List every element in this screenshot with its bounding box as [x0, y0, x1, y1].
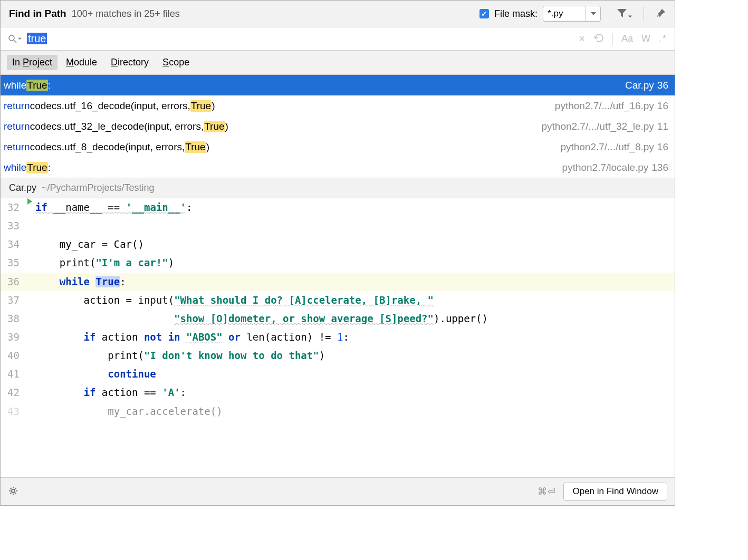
line-number: 33 [1, 217, 24, 235]
divider [612, 33, 613, 45]
tab-directory[interactable]: Directory [106, 55, 154, 70]
preview-filepath: ~/PycharmProjects/Testing [42, 182, 155, 194]
shortcut-hint: ⌘⏎ [538, 486, 556, 497]
tab-module[interactable]: Module [61, 55, 102, 70]
result-row[interactable]: return codecs.utf_8_decode(input, errors… [1, 137, 675, 157]
line-number: 36 [1, 273, 24, 291]
tab-in-project[interactable]: In Project [7, 55, 57, 70]
file-mask-checkbox[interactable] [480, 9, 489, 18]
match-count: 100+ matches in 25+ files [72, 8, 180, 20]
file-mask-combo[interactable] [543, 6, 601, 22]
pin-icon[interactable] [656, 8, 666, 20]
file-mask-label: File mask: [494, 8, 538, 20]
tab-scope[interactable]: Scope [157, 55, 195, 70]
line-number: 32 [1, 198, 24, 217]
results-list: while True: Car.py36 return codecs.utf_1… [1, 75, 675, 178]
search-bar: true × Aa W .* [1, 27, 675, 51]
gear-icon[interactable] [8, 486, 18, 498]
dialog-header: Find in Path 100+ matches in 25+ files F… [1, 1, 675, 27]
dialog-title: Find in Path [9, 8, 66, 20]
open-in-find-window-button[interactable]: Open in Find Window [563, 482, 667, 501]
line-number: 42 [1, 383, 24, 402]
preview-header: Car.py ~/PycharmProjects/Testing [1, 178, 675, 198]
line-number: 35 [1, 254, 24, 272]
line-number: 37 [1, 291, 24, 310]
clear-icon[interactable]: × [579, 33, 585, 45]
match-case-toggle[interactable]: Aa [621, 33, 633, 44]
words-toggle[interactable]: W [641, 33, 650, 44]
search-input[interactable]: true [27, 33, 579, 45]
line-number: 43 [1, 402, 24, 421]
regex-toggle[interactable]: .* [659, 33, 667, 44]
svg-point-2 [12, 489, 15, 493]
filter-icon[interactable] [617, 8, 632, 20]
line-number: 39 [1, 328, 24, 346]
svg-line-1 [14, 40, 16, 43]
line-number: 41 [1, 365, 24, 383]
result-row[interactable]: while True: python2.7/locale.py136 [1, 157, 675, 178]
line-number: 34 [1, 235, 24, 254]
history-icon[interactable] [593, 33, 604, 44]
search-icon[interactable] [8, 34, 22, 44]
code-preview[interactable]: 32 if __name__ == '__main__': 33 34 my_c… [1, 198, 675, 477]
dialog-footer: ⌘⏎ Open in Find Window [1, 477, 675, 505]
line-number: 38 [1, 310, 24, 328]
result-row[interactable]: return codecs.utf_32_le_decode(input, er… [1, 116, 675, 137]
file-mask-input[interactable] [543, 6, 586, 21]
result-row[interactable]: return codecs.utf_16_decode(input, error… [1, 95, 675, 116]
line-number: 40 [1, 346, 24, 365]
scope-tabs: In Project Module Directory Scope [1, 51, 675, 75]
file-mask-dropdown[interactable] [586, 6, 600, 21]
divider [644, 6, 644, 21]
run-gutter-icon[interactable] [27, 198, 32, 205]
svg-point-0 [9, 35, 14, 41]
preview-filename: Car.py [9, 182, 36, 194]
result-row[interactable]: while True: Car.py36 [1, 75, 675, 95]
